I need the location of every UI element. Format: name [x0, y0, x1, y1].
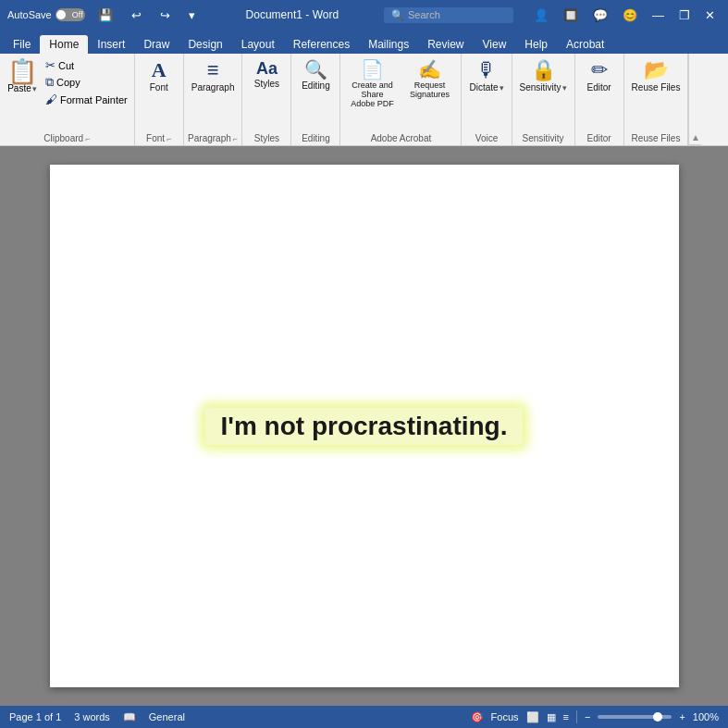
font-icon: A — [152, 60, 167, 80]
user-icon-button[interactable]: 👤 — [528, 8, 554, 22]
request-signatures-button[interactable]: ✍ Request Signatures — [401, 57, 457, 102]
save-button[interactable]: 💾 — [93, 8, 118, 22]
dictate-button[interactable]: 🎙 Dictate ▾ — [465, 57, 507, 95]
ribbon-display-button[interactable]: 🔲 — [558, 8, 584, 22]
paste-arrow-icon: ▾ — [32, 84, 37, 93]
paste-label: Paste — [7, 83, 31, 93]
paragraph-button[interactable]: ≡ Paragraph — [188, 57, 239, 95]
reuse-files-button[interactable]: 📂 Reuse Files — [628, 57, 685, 95]
zoom-level[interactable]: 100% — [693, 711, 719, 722]
tab-review[interactable]: Review — [418, 35, 473, 54]
view-outline-icon[interactable]: ≡ — [563, 711, 569, 722]
autosave-area: AutoSave Off — [7, 8, 85, 21]
document-content: I'm not procrastinating. — [205, 408, 522, 445]
clipboard-small-buttons: ✂ Cut ⧉ Copy 🖌 Format Painter — [43, 57, 130, 107]
view-web-icon[interactable]: ▦ — [547, 711, 556, 723]
editor-group-label: Editor — [587, 133, 611, 143]
document-title: Document1 - Word — [208, 8, 376, 21]
paragraph-expand-icon[interactable]: ⌐ — [233, 134, 238, 143]
share-button[interactable]: 😊 — [617, 8, 643, 22]
focus-icon: 🎯 — [471, 711, 484, 723]
ribbon-group-adobe-acrobat: 📄 Create and Share Adobe PDF ✍ Request S… — [340, 54, 462, 145]
minimize-button[interactable]: — — [647, 8, 670, 22]
view-print-icon[interactable]: ⬜ — [526, 711, 539, 723]
document-page[interactable]: I'm not procrastinating. — [50, 165, 679, 687]
zoom-slider[interactable] — [598, 715, 672, 719]
undo-button[interactable]: ↩ — [126, 8, 147, 22]
tab-design[interactable]: Design — [179, 35, 231, 54]
request-signatures-label: Request Signatures — [405, 80, 453, 99]
autosave-state: Off — [72, 10, 83, 19]
ribbon-group-styles: Aa Styles Styles — [242, 54, 291, 145]
cut-icon: ✂ — [45, 58, 56, 72]
ribbon-group-paragraph: ≡ Paragraph Paragraph ⌐ — [184, 54, 243, 145]
paste-icon: 📋 — [7, 59, 37, 83]
editor-label: Editor — [587, 82, 611, 93]
copy-button[interactable]: ⧉ Copy — [43, 74, 130, 91]
clipboard-expand-icon[interactable]: ⌐ — [85, 134, 90, 143]
close-button[interactable]: ✕ — [699, 8, 721, 22]
font-button[interactable]: A Font — [139, 57, 179, 95]
paragraph-icon: ≡ — [207, 60, 219, 80]
tab-home[interactable]: Home — [40, 35, 88, 54]
styles-button[interactable]: Aa Styles — [246, 57, 287, 92]
format-painter-button[interactable]: 🖌 Format Painter — [43, 92, 130, 107]
status-divider — [576, 710, 577, 723]
ribbon-scroll-button[interactable]: ▲ — [688, 54, 701, 145]
search-placeholder: Search — [408, 9, 440, 20]
tab-insert[interactable]: Insert — [88, 35, 134, 54]
zoom-minus-button[interactable]: − — [585, 711, 590, 722]
dictate-icon: 🎙 — [476, 60, 497, 80]
language-indicator[interactable]: General — [149, 711, 185, 722]
tab-draw[interactable]: Draw — [134, 35, 179, 54]
editor-icon: ✏ — [591, 60, 608, 80]
create-share-pdf-button[interactable]: 📄 Create and Share Adobe PDF — [344, 57, 400, 111]
editor-button[interactable]: ✏ Editor — [579, 57, 620, 95]
format-painter-label: Format Painter — [60, 94, 128, 105]
status-bar: Page 1 of 1 3 words 📖 General 🎯 Focus ⬜ … — [0, 706, 728, 728]
page-indicator[interactable]: Page 1 of 1 — [9, 711, 61, 722]
redo-button[interactable]: ↪ — [154, 8, 176, 22]
sensitivity-label: Sensitivity — [520, 82, 561, 93]
sensitivity-button[interactable]: 🔒 Sensitivity ▾ — [516, 57, 571, 95]
tab-file[interactable]: File — [4, 35, 40, 54]
font-expand-icon[interactable]: ⌐ — [167, 134, 171, 143]
tab-help[interactable]: Help — [515, 35, 557, 54]
ribbon-scroll-icon: ▲ — [691, 132, 700, 142]
tab-acrobat[interactable]: Acrobat — [557, 35, 613, 54]
ribbon-group-font: A Font Font ⌐ — [135, 54, 184, 145]
paste-button[interactable]: 📋 Paste ▾ — [4, 57, 41, 95]
clipboard-group-label: Clipboard — [43, 133, 83, 143]
ribbon-group-clipboard: 📋 Paste ▾ ✂ Cut ⧉ Copy 🖌 Format Painter — [0, 54, 135, 145]
focus-label[interactable]: Focus — [491, 711, 519, 722]
styles-group-label: Styles — [254, 133, 279, 143]
status-right: 🎯 Focus ⬜ ▦ ≡ − + 100% — [471, 710, 719, 723]
ribbon-tabs: File Home Insert Draw Design Layout Refe… — [0, 30, 728, 54]
autosave-toggle[interactable]: Off — [56, 8, 85, 21]
zoom-thumb — [653, 712, 662, 722]
tab-mailings[interactable]: Mailings — [359, 35, 418, 54]
format-painter-icon: 🖌 — [45, 93, 57, 106]
more-quick-access-button[interactable]: ▾ — [183, 8, 201, 22]
editing-icon: 🔍 — [304, 60, 327, 79]
styles-icon: Aa — [256, 60, 278, 77]
styles-label: Styles — [254, 79, 279, 89]
search-bar[interactable]: 🔍 Search — [384, 7, 513, 23]
paragraph-label: Paragraph — [191, 82, 235, 93]
title-bar: AutoSave Off 💾 ↩ ↪ ▾ Document1 - Word 🔍 … — [0, 0, 728, 30]
reuse-files-icon: 📂 — [644, 60, 669, 80]
ribbon-group-voice: 🎙 Dictate ▾ Voice — [462, 54, 512, 145]
zoom-plus-button[interactable]: + — [679, 711, 685, 722]
tab-references[interactable]: References — [284, 35, 359, 54]
cut-button[interactable]: ✂ Cut — [43, 57, 130, 73]
editing-label: Editing — [302, 80, 330, 91]
comments-button[interactable]: 💬 — [587, 8, 613, 22]
sensitivity-arrow-icon: ▾ — [562, 83, 567, 93]
editing-button[interactable]: 🔍 Editing — [295, 57, 336, 93]
ribbon-group-sensitivity: 🔒 Sensitivity ▾ Sensitivity — [512, 54, 575, 145]
tab-view[interactable]: View — [474, 35, 516, 54]
tab-layout[interactable]: Layout — [232, 35, 284, 54]
word-count[interactable]: 3 words — [74, 711, 110, 722]
ribbon-group-editor: ✏ Editor Editor — [575, 54, 624, 145]
restore-button[interactable]: ❐ — [673, 8, 696, 22]
